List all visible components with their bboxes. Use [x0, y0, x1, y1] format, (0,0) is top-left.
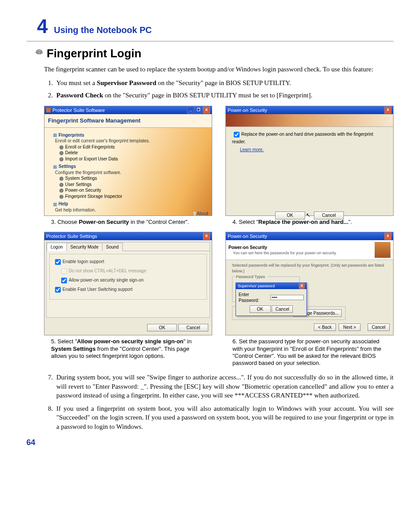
square-icon: [53, 134, 57, 137]
cancel-button[interactable]: Cancel: [272, 305, 293, 313]
supervisor-password-dialog: Supervisor passwordX Enter Password: OK …: [236, 282, 307, 316]
group-fingerprints: Fingerprints: [53, 132, 203, 138]
caption-6: 6. Set the password type for power-on se…: [232, 338, 387, 367]
step-1: You must set a Supervisor Password on th…: [55, 78, 394, 87]
minimize-icon[interactable]: _: [187, 107, 194, 114]
caption-3: 3. Choose Power-on Security in the "Cont…: [51, 219, 205, 226]
chapter-title: Using the Notebook PC: [54, 24, 151, 36]
back-button[interactable]: < Back: [314, 323, 336, 331]
step-7: During system boot, you will see "Swipe …: [55, 373, 394, 400]
screenshot-power-on-security-wizard: Power-on SecurityX Power-on Security You…: [225, 232, 394, 335]
checkbox-replace-power-on[interactable]: Replace the power-on and hard drive pass…: [232, 132, 373, 144]
window-titlebar: Protector Suite Software _ ❐ X: [44, 106, 212, 114]
close-icon[interactable]: X: [299, 283, 305, 289]
ok-button[interactable]: OK: [275, 212, 305, 219]
ok-button[interactable]: OK: [250, 305, 271, 313]
fingerprint-icon: [34, 48, 44, 59]
wizard-image-icon: [375, 242, 391, 258]
screenshot-suite-settings: Protector Suite SettingsX Logon Security…: [44, 232, 212, 335]
ok-button[interactable]: OK: [147, 324, 177, 332]
header-image: [226, 114, 393, 127]
link-enroll[interactable]: Enroll or Edit Fingerprints: [59, 144, 203, 150]
cancel-button[interactable]: Cancel: [368, 323, 390, 331]
app-icon: [46, 108, 51, 112]
link-learn-more[interactable]: Learn more.: [240, 147, 264, 153]
group-settings: Settings: [53, 163, 203, 170]
link-fsi[interactable]: Fingerprint Storage Inspector: [59, 193, 203, 200]
link-power-on-security[interactable]: Power-on Security: [59, 187, 203, 193]
tab-logon[interactable]: Logon: [47, 243, 67, 251]
next-button[interactable]: Next >: [339, 323, 361, 331]
link-user-settings[interactable]: User Settings: [59, 182, 203, 188]
group-help: Help: [53, 201, 203, 207]
close-icon[interactable]: X: [384, 107, 391, 114]
chapter-header: 4 Using the Notebook PC: [26, 13, 394, 41]
cancel-button[interactable]: Cancel: [178, 324, 208, 332]
close-icon[interactable]: X: [203, 107, 210, 114]
step-8: If you used a fingerprint on system boot…: [55, 404, 394, 431]
checkbox-power-on-sso[interactable]: Allow power-on security single sign-on: [59, 276, 203, 285]
checkbox-ctrl-alt-del: Do not show CTRL+ALT+DEL message: [59, 267, 203, 275]
step-2: Password Check on the "Security" page in…: [55, 91, 394, 100]
cancel-button[interactable]: Cancel: [314, 212, 344, 219]
maximize-icon[interactable]: ❐: [195, 107, 202, 114]
section-title: Fingerprint Login: [47, 46, 141, 61]
checkbox-fast-user-switching[interactable]: Enable Fast User Switching support: [53, 286, 203, 294]
panel-heading: Fingerprint Software Management: [44, 114, 212, 128]
link-system-settings[interactable]: System Settings: [59, 175, 203, 182]
password-input[interactable]: [270, 295, 304, 300]
instruction-list-bottom: During system boot, you will see "Swipe …: [47, 373, 394, 431]
tab-security-mode[interactable]: Security Mode: [66, 243, 103, 251]
link-delete[interactable]: Delete: [59, 150, 203, 156]
close-icon[interactable]: X: [203, 233, 210, 240]
chapter-number: 4: [37, 13, 48, 39]
cursor-icon: ↖: [306, 212, 310, 218]
screenshot-control-center: Protector Suite Software _ ❐ X Fingerpri…: [44, 106, 212, 216]
page-number: 64: [26, 437, 394, 448]
instruction-list-top: You must set a Supervisor Password on th…: [47, 78, 394, 100]
caption-5: 5. Select "Allow power-on security singl…: [51, 338, 205, 360]
link-import[interactable]: Import or Export User Data: [59, 156, 203, 162]
link-about[interactable]: iAbout: [193, 211, 208, 216]
checkbox-enable-logon[interactable]: Enable logon support: [53, 258, 203, 266]
tab-sound[interactable]: Sound: [102, 243, 123, 251]
intro-paragraph: The fingerprint scanner can be used to r…: [44, 65, 394, 74]
screenshot-power-on-security-check: Power-on Security X Replace the power-on…: [225, 106, 394, 216]
close-icon[interactable]: X: [384, 233, 391, 240]
